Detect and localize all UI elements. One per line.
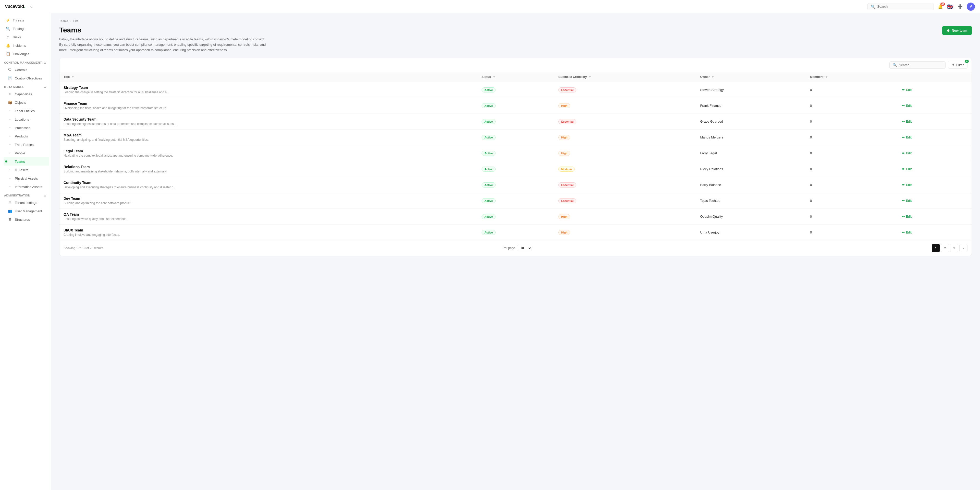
- page-3-button[interactable]: 3: [950, 244, 958, 252]
- meta-model-section[interactable]: Meta Model ▲: [0, 83, 51, 90]
- edit-button[interactable]: ✏ Edit: [900, 119, 914, 124]
- cell-title: Finance Team Overseeing the fiscal healt…: [59, 98, 477, 114]
- cell-members: 0: [806, 177, 896, 193]
- sidebar-item-legal-entities[interactable]: • Legal Entities: [3, 107, 49, 115]
- sidebar-item-controls[interactable]: 🛡 Controls: [3, 65, 49, 74]
- sidebar-item-label: Incidents: [13, 44, 26, 48]
- sidebar-item-third-parties[interactable]: • Third Parties: [3, 140, 49, 149]
- col-members[interactable]: Members ▼: [806, 72, 896, 82]
- cell-status: Active: [477, 225, 554, 240]
- team-description: Building and maintaining stakeholder rel…: [64, 170, 473, 173]
- col-criticality[interactable]: Business Criticality ▼: [554, 72, 696, 82]
- topbar-search-box[interactable]: 🔍: [867, 3, 934, 10]
- sidebar-item-products[interactable]: • Products: [3, 132, 49, 140]
- table-search-input[interactable]: [899, 63, 942, 67]
- edit-button[interactable]: ✏ Edit: [900, 87, 914, 93]
- cell-members: 0: [806, 225, 896, 240]
- edit-button[interactable]: ✏ Edit: [900, 198, 914, 204]
- edit-label: Edit: [906, 199, 912, 203]
- page-2-button[interactable]: 2: [941, 244, 949, 252]
- team-title: Strategy Team: [64, 86, 473, 90]
- cell-owner: Frank Finance: [696, 98, 806, 114]
- cell-title: Dev Team Building and optimizing the cor…: [59, 193, 477, 209]
- sidebar-item-capabilities[interactable]: ✦ Capabilities: [3, 90, 49, 98]
- table-row: Legal Team Navigating the complex legal …: [59, 145, 972, 161]
- sidebar-item-locations[interactable]: • Locations: [3, 115, 49, 123]
- topbar-search-input[interactable]: [877, 5, 931, 8]
- notifications-button[interactable]: 🔔 43: [937, 3, 944, 10]
- sidebar-item-teams[interactable]: • Teams: [3, 157, 49, 166]
- cell-title: Data Security Team Ensuring the highest …: [59, 114, 477, 129]
- collapse-sidebar-button[interactable]: ‹: [29, 3, 33, 10]
- teams-table: Title ▼ Status ▼ Business Criticality ▼: [59, 72, 972, 240]
- edit-button[interactable]: ✏ Edit: [900, 135, 914, 140]
- team-description: Scouting, analyzing, and finalizing pote…: [64, 138, 473, 142]
- per-page-select[interactable]: 10 25 50 100: [517, 245, 532, 251]
- cell-criticality: High: [554, 209, 696, 225]
- col-title[interactable]: Title ▼: [59, 72, 477, 82]
- edit-label: Edit: [906, 215, 912, 219]
- sidebar-item-objects[interactable]: 📦 Objects: [3, 98, 49, 107]
- sidebar-item-risks[interactable]: ⚠ Risks: [2, 33, 49, 41]
- sidebar-item-processes[interactable]: • Processes: [3, 124, 49, 132]
- status-badge: Active: [482, 135, 496, 140]
- sidebar-item-label: People: [15, 151, 25, 155]
- control-management-section[interactable]: Control Management ▲: [0, 58, 51, 65]
- sidebar-item-people[interactable]: • People: [3, 149, 49, 157]
- table-search-box[interactable]: 🔍: [889, 61, 945, 69]
- sidebar-item-findings[interactable]: 🔍 Findings: [2, 24, 49, 33]
- status-badge: Active: [482, 214, 496, 219]
- sidebar-item-user-management[interactable]: 👥 User Management: [3, 207, 49, 215]
- table-row: Relations Team Building and maintaining …: [59, 161, 972, 177]
- edit-button[interactable]: ✏ Edit: [900, 214, 914, 219]
- user-avatar[interactable]: V: [967, 3, 975, 11]
- next-page-button[interactable]: ›: [959, 244, 967, 252]
- team-title: Data Security Team: [64, 117, 473, 121]
- tenant-settings-icon: ⊞: [8, 201, 12, 204]
- sidebar-item-information-assets[interactable]: • Information Assets: [3, 183, 49, 191]
- team-description: Ensuring software quality and user exper…: [64, 217, 473, 221]
- criticality-badge: Essential: [558, 198, 576, 203]
- sidebar-item-it-assets[interactable]: • IT Assets: [3, 166, 49, 174]
- edit-button[interactable]: ✏ Edit: [900, 230, 914, 235]
- col-owner[interactable]: Owner ▼: [696, 72, 806, 82]
- edit-button[interactable]: ✏ Edit: [900, 150, 914, 156]
- team-title: Relations Team: [64, 165, 473, 169]
- page-1-button[interactable]: 1: [932, 244, 940, 252]
- edit-button[interactable]: ✏ Edit: [900, 103, 914, 109]
- sidebar-item-label: Objects: [15, 101, 26, 104]
- cell-status: Active: [477, 98, 554, 114]
- dot-icon: •: [8, 142, 12, 147]
- search-icon: 🔍: [893, 63, 897, 67]
- challenges-icon: 📋: [6, 52, 10, 56]
- edit-icon: ✏: [902, 231, 905, 234]
- breadcrumb-current: List: [73, 19, 78, 23]
- cell-owner: Tejas Techtop: [696, 193, 806, 209]
- edit-button[interactable]: ✏ Edit: [900, 182, 914, 188]
- sidebar-item-tenant-settings[interactable]: ⊞ Tenant settings: [3, 198, 49, 207]
- sidebar-item-challenges[interactable]: 📋 Challenges: [2, 50, 49, 58]
- sidebar-item-physical-assets[interactable]: • Physical Assets: [3, 174, 49, 182]
- sidebar-item-label: Tenant settings: [15, 201, 37, 204]
- administration-section[interactable]: Administration ▲: [0, 191, 51, 198]
- criticality-badge: High: [558, 230, 570, 235]
- per-page-selector: Per page 10 25 50 100: [503, 245, 532, 251]
- filter-button[interactable]: ⧩ Filter 0: [948, 61, 967, 69]
- edit-button[interactable]: ✏ Edit: [900, 166, 914, 172]
- sidebar-item-incidents[interactable]: 🔔 Incidents: [2, 41, 49, 49]
- sidebar-item-structures[interactable]: ⊟ Structures: [3, 215, 49, 223]
- sidebar-item-control-objectives[interactable]: 📄 Control Objectives: [3, 74, 49, 82]
- language-selector[interactable]: 🇬🇧: [947, 3, 953, 10]
- table-row: Continuity Team Developing and executing…: [59, 177, 972, 193]
- col-status[interactable]: Status ▼: [477, 72, 554, 82]
- user-management-icon: 👥: [8, 209, 12, 213]
- breadcrumb-separator: ›: [70, 19, 71, 23]
- breadcrumb-teams-link[interactable]: Teams: [59, 19, 68, 23]
- new-team-button[interactable]: ⊕ New team: [942, 26, 972, 35]
- sidebar-item-threats[interactable]: ⚡ Threats: [2, 16, 49, 24]
- profile-add-button[interactable]: ➕: [956, 3, 964, 10]
- edit-label: Edit: [906, 120, 912, 123]
- cell-actions: ✏ Edit: [896, 98, 972, 114]
- cell-title: QA Team Ensuring software quality and us…: [59, 209, 477, 225]
- cell-criticality: High: [554, 225, 696, 240]
